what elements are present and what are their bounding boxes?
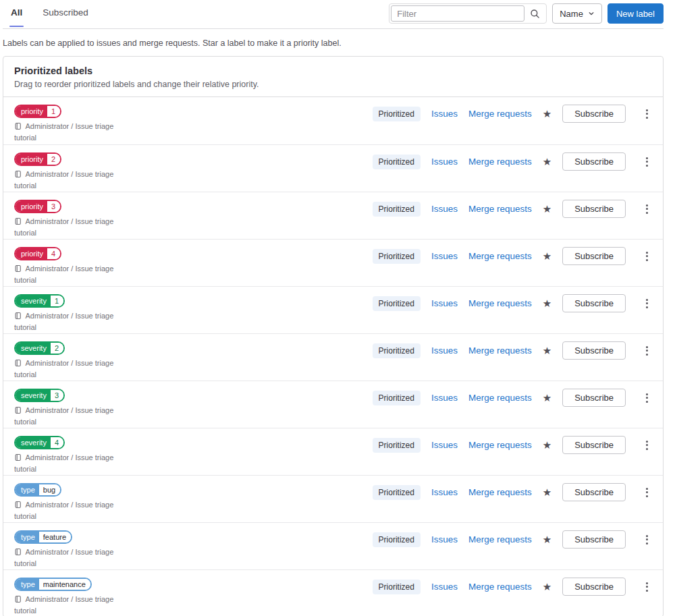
star-icon[interactable]: ★ [543, 393, 551, 403]
label-value: maintenance [39, 579, 90, 590]
subscribe-button[interactable]: Subscribe [562, 341, 626, 360]
label-value: bug [39, 484, 60, 495]
star-icon[interactable]: ★ [543, 251, 551, 261]
subscribe-button[interactable]: Subscribe [562, 105, 626, 123]
merge-requests-link[interactable]: Merge requests [468, 534, 532, 544]
merge-requests-link[interactable]: Merge requests [468, 582, 532, 592]
project-path: Administrator / Issue triage tutorial [14, 121, 134, 142]
star-icon[interactable]: ★ [543, 157, 551, 167]
kebab-menu-icon[interactable] [642, 390, 652, 406]
project-icon [14, 312, 22, 323]
merge-requests-link[interactable]: Merge requests [468, 487, 532, 497]
prioritized-badge: Prioritized [373, 485, 421, 500]
star-icon[interactable]: ★ [543, 534, 551, 544]
subscribe-button[interactable]: Subscribe [562, 530, 626, 549]
kebab-menu-icon[interactable] [642, 154, 652, 170]
merge-requests-link[interactable]: Merge requests [468, 204, 532, 214]
merge-requests-link[interactable]: Merge requests [468, 109, 532, 119]
scoped-label[interactable]: priority 2 [14, 152, 61, 166]
kebab-menu-icon[interactable] [642, 296, 652, 312]
label-actions: Prioritized Issues Merge requests ★ Subs… [373, 294, 652, 312]
star-icon[interactable]: ★ [543, 440, 551, 450]
scoped-label[interactable]: severity 1 [14, 294, 65, 308]
issues-link[interactable]: Issues [431, 251, 458, 261]
filter-input[interactable] [391, 5, 524, 22]
label-row: priority 2 Administrator / Issue triage … [3, 144, 663, 192]
merge-requests-link[interactable]: Merge requests [468, 345, 532, 356]
prioritized-labels-card: Prioritized labels Drag to reorder prior… [3, 56, 664, 616]
new-label-button[interactable]: New label [608, 3, 664, 24]
kebab-menu-icon[interactable] [642, 343, 652, 359]
star-icon[interactable]: ★ [543, 298, 551, 308]
subscribe-button[interactable]: Subscribe [562, 152, 626, 171]
subscribe-button[interactable]: Subscribe [562, 578, 626, 596]
scoped-label[interactable]: priority 1 [14, 105, 61, 118]
search-icon[interactable] [524, 5, 545, 22]
sort-dropdown[interactable]: Name [552, 3, 602, 24]
subscribe-button[interactable]: Subscribe [562, 389, 626, 407]
issues-link[interactable]: Issues [431, 534, 458, 544]
star-icon[interactable]: ★ [543, 345, 551, 356]
tab-all[interactable]: All [9, 3, 24, 26]
label-actions: Prioritized Issues Merge requests ★ Subs… [373, 152, 652, 171]
merge-requests-link[interactable]: Merge requests [468, 298, 532, 308]
star-icon[interactable]: ★ [543, 487, 551, 497]
label-actions: Prioritized Issues Merge requests ★ Subs… [373, 483, 652, 501]
star-icon[interactable]: ★ [543, 582, 551, 592]
label-info: severity 1 Administrator / Issue triage … [14, 294, 134, 332]
kebab-menu-icon[interactable] [642, 248, 652, 264]
project-path-text: Administrator / Issue triage tutorial [14, 170, 113, 190]
sort-dropdown-label: Name [560, 9, 583, 19]
kebab-menu-icon[interactable] [642, 201, 652, 217]
scoped-label[interactable]: type maintenance [14, 578, 92, 591]
label-value: 4 [51, 437, 63, 448]
scoped-label[interactable]: type bug [14, 483, 61, 497]
merge-requests-link[interactable]: Merge requests [468, 440, 532, 450]
scoped-label[interactable]: severity 4 [14, 436, 65, 449]
project-icon [14, 501, 22, 511]
label-info: type feature Administrator / Issue triag… [14, 530, 134, 568]
kebab-menu-icon[interactable] [642, 532, 652, 548]
issues-link[interactable]: Issues [431, 487, 458, 497]
issues-link[interactable]: Issues [431, 109, 458, 119]
label-info: severity 4 Administrator / Issue triage … [14, 436, 134, 474]
issues-link[interactable]: Issues [431, 582, 458, 592]
label-actions: Prioritized Issues Merge requests ★ Subs… [373, 247, 652, 265]
label-scope: severity [16, 296, 51, 306]
subscribe-button[interactable]: Subscribe [562, 483, 626, 501]
prioritized-badge: Prioritized [373, 532, 421, 547]
scoped-label[interactable]: severity 3 [14, 389, 65, 402]
issues-link[interactable]: Issues [431, 440, 458, 450]
kebab-menu-icon[interactable] [642, 106, 652, 122]
kebab-menu-icon[interactable] [642, 579, 652, 595]
label-value: 2 [47, 154, 60, 165]
toolbar-controls: Name New label [389, 3, 664, 24]
issues-link[interactable]: Issues [431, 204, 458, 214]
issues-link[interactable]: Issues [431, 393, 458, 403]
subscribe-button[interactable]: Subscribe [562, 436, 626, 454]
project-path-text: Administrator / Issue triage tutorial [14, 501, 113, 520]
label-row: priority 3 Administrator / Issue triage … [3, 192, 663, 239]
subscribe-button[interactable]: Subscribe [562, 294, 626, 312]
label-actions: Prioritized Issues Merge requests ★ Subs… [373, 436, 652, 454]
label-scope: priority [16, 154, 47, 165]
issues-link[interactable]: Issues [431, 157, 458, 167]
project-path-text: Administrator / Issue triage tutorial [14, 453, 113, 473]
merge-requests-link[interactable]: Merge requests [468, 393, 532, 403]
kebab-menu-icon[interactable] [642, 437, 652, 453]
merge-requests-link[interactable]: Merge requests [468, 251, 532, 261]
merge-requests-link[interactable]: Merge requests [468, 157, 532, 167]
subscribe-button[interactable]: Subscribe [562, 247, 626, 265]
issues-link[interactable]: Issues [431, 298, 458, 308]
chevron-down-icon [588, 9, 595, 19]
scoped-label[interactable]: priority 3 [14, 200, 61, 213]
scoped-label[interactable]: priority 4 [14, 247, 61, 260]
subscribe-button[interactable]: Subscribe [562, 200, 626, 218]
star-icon[interactable]: ★ [543, 204, 551, 214]
issues-link[interactable]: Issues [431, 345, 458, 356]
tab-subscribed[interactable]: Subscribed [41, 3, 90, 26]
kebab-menu-icon[interactable] [642, 484, 652, 501]
star-icon[interactable]: ★ [543, 109, 551, 119]
scoped-label[interactable]: severity 2 [14, 341, 65, 355]
scoped-label[interactable]: type feature [14, 530, 72, 544]
